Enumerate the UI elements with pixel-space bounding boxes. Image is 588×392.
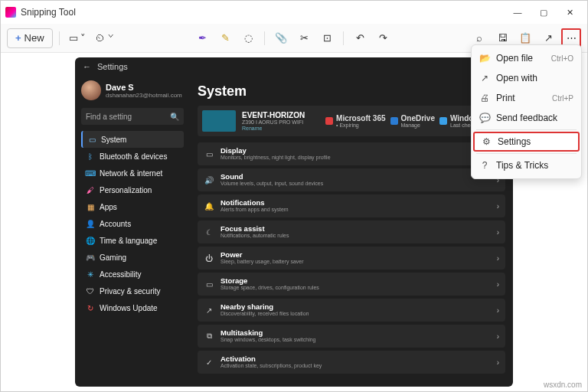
nav-label: Bluetooth & devices	[100, 152, 167, 161]
system-row-notifications[interactable]: 🔔NotificationsAlerts from apps and syste…	[198, 194, 505, 217]
new-snip-button[interactable]: +New	[7, 28, 53, 48]
user-name: Dave S	[106, 83, 182, 92]
system-row-focus-assist[interactable]: ☾Focus assistNotifications, automatic ru…	[198, 220, 505, 243]
menu-label: Open with	[496, 73, 567, 83]
service-icon	[325, 117, 333, 125]
row-title: Storage	[220, 277, 491, 285]
sidebar-item-gaming[interactable]: 🎮Gaming	[81, 249, 184, 266]
nav-label: Gaming	[100, 253, 126, 262]
nav-label: Accounts	[100, 220, 131, 228]
system-row-multitasking[interactable]: ⧉MultitaskingSnap windows, desktops, tas…	[198, 325, 505, 348]
delay-dropdown[interactable]: ⏲ ˅	[92, 28, 116, 48]
minimize-button[interactable]: —	[505, 2, 531, 22]
menu-item-open-file[interactable]: 📂Open fileCtrl+O	[473, 48, 580, 68]
row-title: Nearby sharing	[220, 303, 491, 311]
row-subtitle: Sleep, battery usage, battery saver	[220, 259, 491, 264]
nav-icon: ᛒ	[86, 152, 95, 161]
search-input[interactable]: Find a setting🔍	[81, 108, 184, 125]
rename-link[interactable]: Rename	[242, 126, 305, 132]
menu-icon: 📂	[479, 53, 490, 64]
search-icon: 🔍	[170, 113, 179, 121]
menu-icon: 💬	[479, 113, 490, 123]
row-icon: 🔊	[204, 176, 214, 185]
sidebar-item-accessibility[interactable]: ✳Accessibility	[81, 266, 184, 283]
pen-tool[interactable]: ✒	[192, 28, 212, 48]
sidebar-item-network-internet[interactable]: ⌨Network & internet	[81, 165, 184, 181]
menu-shortcut: Ctrl+O	[551, 54, 573, 63]
captured-settings-window: ← Settings Dave S dshanahan23@hotmail.co…	[75, 57, 513, 387]
chevron-right-icon: ›	[497, 202, 499, 211]
menu-shortcut: Ctrl+P	[552, 94, 573, 103]
undo-button[interactable]: ↶	[350, 28, 370, 48]
nav-label: Apps	[100, 203, 117, 211]
system-row-sound[interactable]: 🔊SoundVolume levels, output, input, soun…	[198, 168, 505, 191]
row-icon: ⧉	[204, 332, 214, 341]
mode-dropdown[interactable]: ▭ ˅	[66, 28, 90, 48]
settings-sidebar: Dave S dshanahan23@hotmail.com Find a se…	[75, 76, 190, 387]
sidebar-item-windows-update[interactable]: ↻Windows Update	[81, 299, 184, 316]
nav-icon: 🛡	[86, 286, 95, 296]
nav-icon: ▦	[86, 202, 95, 211]
system-row-nearby-sharing[interactable]: ↗Nearby sharingDiscoverability, received…	[198, 299, 505, 322]
sidebar-item-time-language[interactable]: 🌐Time & language	[81, 232, 184, 249]
user-block[interactable]: Dave S dshanahan23@hotmail.com	[81, 80, 184, 100]
desktop-thumbnail	[202, 110, 236, 132]
sidebar-item-system[interactable]: ▭System	[81, 131, 184, 148]
system-row-power[interactable]: ⏻PowerSleep, battery usage, battery save…	[198, 247, 505, 270]
titlebar: Snipping Tool — ▢ ✕	[1, 1, 587, 24]
row-title: Sound	[220, 173, 491, 181]
app-title: Snipping Tool	[21, 7, 76, 18]
row-title: Display	[220, 147, 491, 155]
menu-item-print[interactable]: 🖨PrintCtrl+P	[473, 88, 580, 108]
hero-service[interactable]: OneDriveManage	[390, 114, 435, 129]
nav-icon: 🎮	[86, 253, 95, 262]
menu-icon: ⚙	[481, 136, 492, 147]
menu-icon: ?	[479, 160, 490, 171]
menu-item-send-feedback[interactable]: 💬Send feedback	[473, 108, 580, 128]
redo-button[interactable]: ↷	[373, 28, 393, 48]
chevron-right-icon: ›	[497, 332, 499, 341]
row-icon: ▭	[204, 280, 214, 289]
row-subtitle: Discoverability, received files location	[220, 311, 491, 316]
menu-item-open-with[interactable]: ↗Open with	[473, 68, 580, 88]
chevron-right-icon: ›	[497, 306, 499, 315]
page-title: System	[198, 83, 505, 100]
more-menu: 📂Open fileCtrl+O↗Open with🖨PrintCtrl+P💬S…	[471, 44, 582, 179]
system-row-storage[interactable]: ▭StorageStorage space, drives, configura…	[198, 273, 505, 296]
system-row-activation[interactable]: ✓ActivationActivation state, subscriptio…	[198, 351, 505, 374]
nav-icon: ▭	[87, 135, 96, 144]
menu-item-tips-tricks[interactable]: ?Tips & Tricks	[473, 155, 580, 175]
service-icon	[390, 117, 398, 125]
row-subtitle: Volume levels, output, input, sound devi…	[220, 181, 491, 186]
highlighter-tool[interactable]: ✎	[215, 28, 235, 48]
menu-item-settings[interactable]: ⚙Settings	[473, 132, 580, 152]
row-icon: ▭	[204, 150, 214, 158]
crop-tool[interactable]: ⊡	[317, 28, 337, 48]
row-icon: ⏻	[204, 254, 214, 263]
device-hero[interactable]: EVENT-HORIZON Z390 I AORUS PRO WIFI Rena…	[198, 106, 505, 136]
sidebar-item-accounts[interactable]: 👤Accounts	[81, 215, 184, 232]
back-icon[interactable]: ←	[83, 62, 91, 71]
row-title: Activation	[220, 355, 491, 363]
breadcrumb: Settings	[97, 62, 128, 71]
sidebar-item-bluetooth-devices[interactable]: ᛒBluetooth & devices	[81, 148, 184, 165]
nav-label: System	[101, 136, 126, 144]
row-title: Focus assist	[220, 225, 491, 233]
sidebar-item-personalization[interactable]: 🖌Personalization	[81, 181, 184, 198]
sidebar-item-privacy-security[interactable]: 🛡Privacy & security	[81, 283, 184, 299]
eraser-tool[interactable]: ◌	[238, 28, 258, 48]
hero-service[interactable]: Microsoft 365• Expiring	[325, 114, 385, 129]
ruler-tool[interactable]: 📎	[271, 28, 291, 48]
close-button[interactable]: ✕	[557, 2, 583, 22]
menu-label: Send feedback	[496, 113, 567, 123]
sidebar-item-apps[interactable]: ▦Apps	[81, 198, 184, 215]
system-row-display[interactable]: ▭DisplayMonitors, brightness, night ligh…	[198, 142, 505, 165]
row-title: Notifications	[220, 199, 491, 207]
avatar	[81, 80, 101, 100]
maximize-button[interactable]: ▢	[531, 2, 557, 22]
settings-main: System EVENT-HORIZON Z390 I AORUS PRO WI…	[190, 76, 513, 387]
nav-label: Personalization	[100, 186, 152, 194]
menu-label: Print	[496, 93, 546, 103]
nav-icon: 🖌	[86, 185, 95, 194]
touch-writing[interactable]: ✂	[294, 28, 314, 48]
